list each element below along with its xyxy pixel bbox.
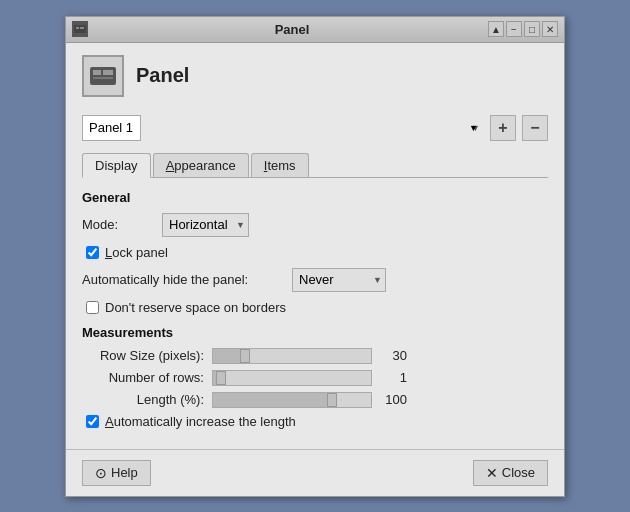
close-label: Close [502, 465, 535, 480]
length-label: Length (%): [82, 392, 212, 407]
svg-rect-6 [93, 77, 113, 79]
num-rows-slider-container [212, 370, 372, 386]
auto-hide-select-wrapper: Never Always Intelligently ▼ [292, 268, 386, 292]
svg-rect-2 [80, 27, 84, 29]
num-rows-row: Number of rows: 1 [82, 370, 548, 386]
auto-hide-row: Automatically hide the panel: Never Alwa… [82, 268, 548, 292]
row-size-slider-thumb[interactable] [240, 349, 250, 363]
row-size-value: 30 [372, 348, 407, 363]
window-up-btn[interactable]: ▲ [488, 21, 504, 37]
window-close-btn[interactable]: ✕ [542, 21, 558, 37]
window-maximize-btn[interactable]: □ [524, 21, 540, 37]
panel-select-arrow: ▼ [471, 123, 480, 133]
reserve-space-row: Don't reserve space on borders [82, 300, 548, 315]
row-size-label: Row Size (pixels): [82, 348, 212, 363]
length-slider-fill [213, 393, 332, 407]
auto-increase-checkbox[interactable] [86, 415, 99, 428]
dialog-icon [82, 55, 124, 97]
num-rows-label: Number of rows: [82, 370, 212, 385]
window-minimize-btn[interactable]: − [506, 21, 522, 37]
auto-hide-label: Automatically hide the panel: [82, 272, 292, 287]
svg-rect-3 [90, 67, 116, 85]
measurements-section-title: Measurements [82, 325, 548, 340]
close-button[interactable]: ✕ Close [473, 460, 548, 486]
length-value: 100 [372, 392, 407, 407]
panel-select-wrapper: Panel 1 ▼ [82, 115, 484, 141]
help-button[interactable]: ⊙ Help [82, 460, 151, 486]
mode-label: Mode: [82, 217, 162, 232]
help-label: Help [111, 465, 138, 480]
tab-display[interactable]: Display [82, 153, 151, 178]
tab-items[interactable]: Items [251, 153, 309, 177]
row-size-slider-container [212, 348, 372, 364]
reserve-space-checkbox[interactable] [86, 301, 99, 314]
titlebar: Panel ▲ − □ ✕ [66, 17, 564, 43]
panel-window: Panel ▲ − □ ✕ Panel Panel 1 ▼ + − [65, 16, 565, 497]
lock-panel-row: Lock panel [82, 245, 548, 260]
tab-bar: Display Appearance Items [82, 153, 548, 178]
app-icon [72, 21, 88, 37]
dialog-footer: ⊙ Help ✕ Close [66, 449, 564, 496]
dialog-header: Panel [66, 43, 564, 109]
num-rows-value: 1 [372, 370, 407, 385]
length-row: Length (%): 100 [82, 392, 548, 408]
panel-selector-row: Panel 1 ▼ + − [66, 109, 564, 147]
measurements-section: Measurements Row Size (pixels): 30 Numbe… [82, 325, 548, 429]
reserve-space-label: Don't reserve space on borders [105, 300, 286, 315]
lock-panel-checkbox[interactable] [86, 246, 99, 259]
window-controls: ▲ − □ ✕ [488, 21, 558, 37]
num-rows-slider-thumb[interactable] [216, 371, 226, 385]
svg-rect-1 [76, 27, 79, 29]
close-icon: ✕ [486, 465, 498, 481]
length-slider-thumb[interactable] [327, 393, 337, 407]
mode-row: Mode: Horizontal Vertical Deskbar ▼ [82, 213, 548, 237]
svg-rect-5 [103, 70, 113, 75]
auto-increase-row: Automatically increase the length [82, 414, 548, 429]
remove-panel-button[interactable]: − [522, 115, 548, 141]
auto-increase-label: Automatically increase the length [105, 414, 296, 429]
lock-panel-label: Lock panel [105, 245, 168, 260]
panel-select[interactable]: Panel 1 [82, 115, 141, 141]
mode-select-wrapper: Horizontal Vertical Deskbar ▼ [162, 213, 249, 237]
tab-appearance[interactable]: Appearance [153, 153, 249, 177]
mode-select[interactable]: Horizontal Vertical Deskbar [162, 213, 249, 237]
tab-content: General Mode: Horizontal Vertical Deskba… [66, 178, 564, 449]
help-icon: ⊙ [95, 465, 107, 481]
auto-hide-select[interactable]: Never Always Intelligently [292, 268, 386, 292]
window-title: Panel [96, 22, 488, 37]
add-panel-button[interactable]: + [490, 115, 516, 141]
length-slider-container [212, 392, 372, 408]
general-section-title: General [82, 190, 548, 205]
row-size-row: Row Size (pixels): 30 [82, 348, 548, 364]
svg-rect-4 [93, 70, 101, 75]
dialog-title: Panel [136, 64, 189, 87]
